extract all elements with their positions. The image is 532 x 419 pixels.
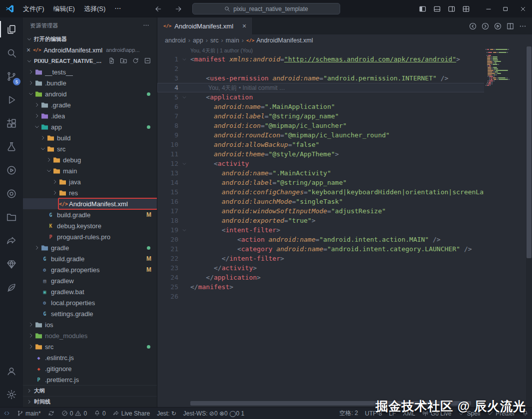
activity-leaf[interactable]	[0, 276, 23, 299]
activity-settings[interactable]	[0, 383, 23, 406]
tree-item-build-gradle[interactable]: Gbuild.gradleM	[23, 209, 157, 220]
chevron-right-icon[interactable]	[27, 80, 35, 86]
history-back-icon[interactable]	[154, 5, 162, 13]
chevron-right-icon[interactable]	[27, 344, 35, 350]
breadcrumb-item-4[interactable]: </>AndroidManifest.xml	[246, 37, 313, 44]
tree-item-prettierrc-js[interactable]: P.prettierrc.js	[23, 374, 157, 385]
status-bell-counter[interactable]: 0	[90, 408, 109, 419]
code-line-16[interactable]: 16 android:launchMode="singleTask"	[157, 197, 532, 206]
code-line-2[interactable]: 2	[157, 64, 532, 73]
command-search-box[interactable]: pixiu_react_native_template	[192, 3, 340, 14]
code-line-5[interactable]: 5 <application	[157, 92, 532, 102]
menu-item-0[interactable]: 文件(F)	[18, 3, 49, 15]
chevron-down-icon[interactable]	[45, 168, 53, 174]
project-section-header[interactable]: PIXIU_REACT_NATIVE_TEM...	[23, 55, 157, 66]
tree-item-gradle-properties[interactable]: ⚙gradle.propertiesM	[23, 264, 157, 275]
tree-item-node-modules[interactable]: node_modules	[23, 330, 157, 341]
titlebar-maximize[interactable]	[497, 0, 514, 17]
titlebar-close[interactable]	[514, 0, 532, 17]
vertical-scrollbar[interactable]	[526, 46, 532, 407]
titlebar-customize-layout[interactable]	[459, 0, 473, 17]
tree-item-gradlew[interactable]: ▤gradlew	[23, 275, 157, 286]
code-line-13[interactable]: 13 android:name=".MainActivity"	[157, 168, 532, 178]
activity-source-control[interactable]: 5	[0, 64, 23, 88]
menu-item-2[interactable]: 选择(S)	[79, 3, 110, 15]
status-remote[interactable]	[0, 408, 13, 419]
code-line-17[interactable]: 17 android:windowSoftInputMode="adjustRe…	[157, 206, 532, 216]
minimap[interactable]	[484, 46, 526, 407]
editor-action-nav-forward[interactable]	[481, 22, 490, 30]
tree-item-proguard-rules-pro[interactable]: Pproguard-rules.pro	[23, 231, 157, 242]
tree-item-gradle[interactable]: .gradle	[23, 99, 157, 110]
editor-action-split-editor[interactable]	[506, 22, 515, 30]
tree-item-android[interactable]: android	[23, 88, 157, 99]
activity-testing[interactable]	[0, 135, 23, 158]
fold-chevron-icon[interactable]	[178, 54, 190, 64]
tree-item-src[interactable]: src	[23, 341, 157, 352]
chevron-right-icon[interactable]	[27, 69, 35, 75]
tree-item-androidmanifest-xml[interactable]: </>AndroidManifest.xml	[23, 198, 157, 209]
code-line-21[interactable]: 21 <category android:name="android.inten…	[157, 244, 532, 254]
chevron-right-icon[interactable]	[27, 333, 35, 339]
activity-explorer[interactable]	[0, 17, 23, 41]
status-indentation[interactable]: 空格: 2	[336, 408, 361, 419]
new-folder-icon[interactable]	[120, 57, 127, 65]
tree-item-local-properties[interactable]: ⚙local.properties	[23, 297, 157, 308]
breadcrumb-item-2[interactable]: src	[210, 37, 219, 44]
tree-item-res[interactable]: res	[23, 187, 157, 198]
chevron-right-icon[interactable]	[51, 190, 59, 196]
tree-item-main[interactable]: main	[23, 165, 157, 176]
chevron-right-icon[interactable]	[51, 179, 59, 185]
tree-item-gitignore[interactable]: ◈.gitignore	[23, 363, 157, 374]
vertical-scrollbar-thumb[interactable]	[527, 46, 532, 258]
chevron-down-icon[interactable]	[27, 91, 35, 97]
tree-item-tests[interactable]: __tests__	[23, 66, 157, 77]
titlebar-toggle-panel[interactable]	[430, 0, 444, 17]
tree-item-ios[interactable]: ios	[23, 319, 157, 330]
sidebar-more-actions-icon[interactable]	[142, 21, 150, 30]
code-line-22[interactable]: 22 </intent-filter>	[157, 254, 532, 263]
activity-code-runner[interactable]	[0, 158, 23, 182]
code-line-12[interactable]: 12 <activity	[157, 159, 532, 168]
fold-chevron-icon[interactable]	[178, 225, 190, 235]
menu-item-3[interactable]: ⋯	[110, 3, 125, 15]
tab-close-icon[interactable]: ×	[242, 22, 246, 30]
code-line-20[interactable]: 20 <action android:name="android.intent.…	[157, 235, 532, 244]
status-sync[interactable]	[44, 408, 58, 419]
code-line-19[interactable]: 19 <intent-filter>	[157, 225, 532, 235]
tree-item-app[interactable]: app	[23, 121, 157, 132]
chevron-right-icon[interactable]	[27, 322, 35, 328]
outline-section-header[interactable]: 大纲	[23, 385, 157, 396]
tree-item-gradle[interactable]: gradle	[23, 242, 157, 253]
code-line-23[interactable]: 23 </activity>	[157, 263, 532, 273]
tree-item-bundle[interactable]: .bundle	[23, 77, 157, 88]
open-editor-item[interactable]: × </> AndroidManifest.xml android\app...	[23, 44, 157, 55]
codelens-annotation[interactable]: You, 4天前 | 1 author (You)	[190, 46, 532, 54]
code-line-15[interactable]: 15 android:configChanges="keyboard|keybo…	[157, 187, 532, 197]
code-line-18[interactable]: 18 android:exported="true">	[157, 216, 532, 225]
code-line-26[interactable]: 26	[157, 292, 532, 301]
code-line-6[interactable]: 6 android:name=".MainApplication"	[157, 102, 532, 111]
chevron-right-icon[interactable]	[33, 245, 41, 251]
breadcrumb-item-3[interactable]: main	[226, 37, 239, 44]
code-editor[interactable]: You, 4天前 | 1 author (You) 1<manifest xml…	[157, 46, 532, 407]
activity-extensions[interactable]	[0, 111, 23, 135]
tree-item-java[interactable]: java	[23, 176, 157, 187]
chevron-down-icon[interactable]	[33, 124, 41, 130]
tree-item-build[interactable]: build	[23, 132, 157, 143]
menu-item-1[interactable]: 编辑(E)	[49, 3, 79, 15]
code-line-14[interactable]: 14 android:label="@string/app_name"	[157, 178, 532, 187]
tree-item-gradlew-bat[interactable]: ▣gradlew.bat	[23, 286, 157, 297]
code-line-3[interactable]: 3 <uses-permission android:name="android…	[157, 73, 532, 83]
activity-gitlens[interactable]	[0, 182, 23, 205]
code-line-9[interactable]: 9 android:roundIcon="@mipmap/ic_launcher…	[157, 130, 532, 140]
code-line-24[interactable]: 24 </application>	[157, 273, 532, 282]
tree-item-build-gradle[interactable]: Gbuild.gradleM	[23, 253, 157, 264]
new-file-icon[interactable]	[108, 57, 115, 65]
history-forward-icon[interactable]	[174, 5, 182, 13]
status-git-branch[interactable]: main*	[13, 408, 44, 419]
tree-item-src[interactable]: src	[23, 143, 157, 154]
tree-item-settings-gradle[interactable]: Gsettings.gradle	[23, 308, 157, 319]
editor-action-more-actions[interactable]	[519, 22, 527, 30]
collapse-all-icon[interactable]	[144, 57, 151, 65]
